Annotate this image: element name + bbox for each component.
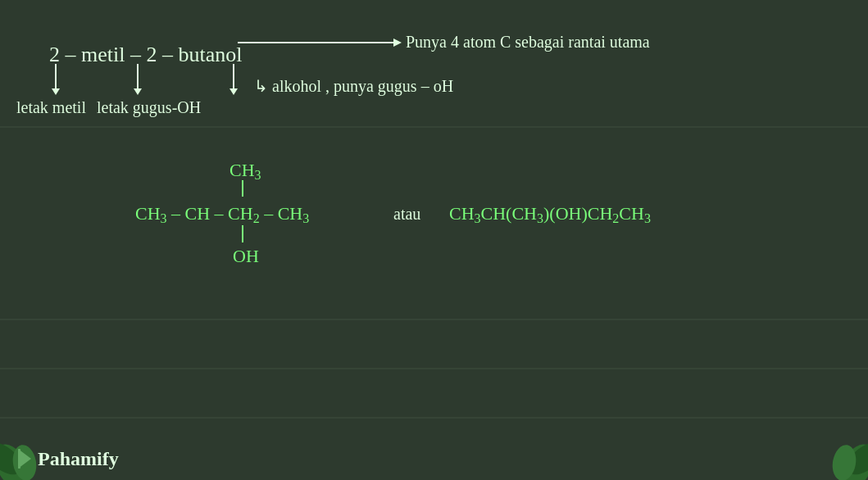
leaf-left	[0, 437, 39, 480]
condensed-formula: CH3CH(CH3)(OH)CH2CH3	[449, 203, 651, 225]
svg-point-19	[10, 443, 39, 480]
svg-marker-10	[52, 88, 60, 95]
letak-metil-label: letak metil	[16, 98, 86, 116]
top-ch3-group: CH3	[229, 160, 261, 182]
svg-marker-6	[393, 38, 402, 47]
atau-label: atau	[393, 205, 420, 223]
letak-gugus-label: letak gugus-OH	[97, 98, 201, 117]
oh-group: OH	[233, 246, 259, 266]
main-chain-text: CH3 – CH – CH2 – CH3	[135, 203, 309, 225]
svg-point-20	[831, 438, 868, 480]
svg-point-22	[829, 443, 858, 480]
logo-text: Pahamify	[38, 448, 119, 469]
svg-rect-0	[0, 0, 868, 480]
svg-point-18	[0, 437, 27, 480]
compound-name-text: 2 – metil – 2 – butanol	[49, 43, 242, 66]
svg-point-17	[0, 438, 38, 480]
svg-marker-12	[134, 88, 142, 95]
svg-marker-8	[229, 88, 238, 95]
arrow-annotation-text: Punya 4 atom C sebagai rantai utama	[406, 33, 650, 52]
alkohol-annotation: ↳ alkohol , punya gugus – oH	[254, 77, 453, 96]
svg-point-21	[842, 437, 868, 480]
page-container: 2 – metil – 2 – butanol Punya 4 atom C s…	[0, 0, 868, 480]
main-content-svg: 2 – metil – 2 – butanol Punya 4 atom C s…	[0, 0, 868, 480]
leaf-right	[829, 437, 868, 480]
svg-rect-16	[18, 449, 20, 469]
svg-marker-15	[18, 449, 31, 469]
